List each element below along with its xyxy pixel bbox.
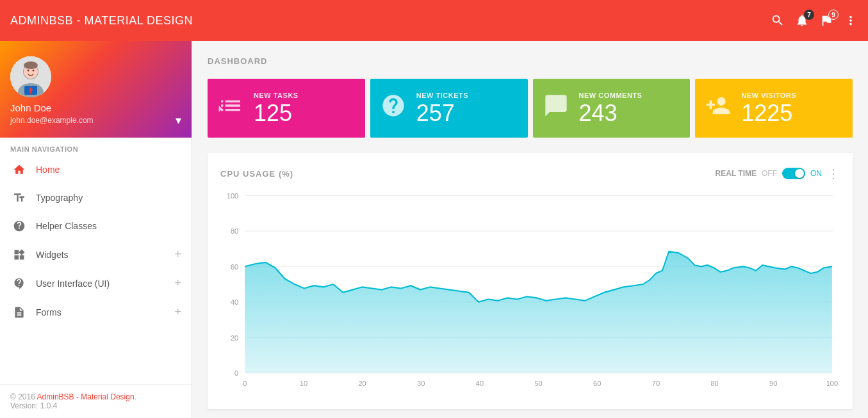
tickets-info: NEW TICKETS 257 <box>416 92 518 125</box>
cpu-chart-svg: 100 80 60 40 20 0 0 10 20 <box>220 191 840 396</box>
on-label: ON <box>810 169 822 178</box>
stat-card-tickets[interactable]: NEW TICKETS 257 <box>370 79 528 138</box>
chart-options-icon[interactable]: ⋮ <box>827 166 840 181</box>
topnav-icons: 7 9 <box>771 13 858 28</box>
svg-text:100: 100 <box>826 380 838 387</box>
ui-label: User Interface (UI) <box>36 278 110 289</box>
avatar <box>10 56 51 97</box>
svg-point-5 <box>33 70 35 72</box>
ui-expand-icon[interactable]: + <box>174 277 181 290</box>
tasks-info: NEW TASKS 125 <box>254 92 355 125</box>
stat-card-comments[interactable]: NEW COMMENTS 243 <box>533 79 691 138</box>
helper-label: Helper Classes <box>36 221 97 231</box>
svg-text:90: 90 <box>769 380 777 387</box>
svg-marker-32 <box>245 252 832 373</box>
typography-icon <box>10 191 28 204</box>
visitors-info: NEW VISITORS 1225 <box>741 92 842 125</box>
svg-text:10: 10 <box>300 380 307 387</box>
widgets-expand-icon[interactable]: + <box>174 248 181 261</box>
comments-value: 243 <box>579 102 680 125</box>
search-button[interactable] <box>771 13 785 28</box>
svg-text:60: 60 <box>231 262 238 270</box>
visitors-label: NEW VISITORS <box>741 92 842 99</box>
more-options-button[interactable] <box>844 13 858 28</box>
notifications-button[interactable]: 7 <box>795 13 809 28</box>
svg-text:80: 80 <box>231 227 238 235</box>
chevron-down-icon[interactable]: ▾ <box>176 113 181 127</box>
forms-icon <box>10 306 28 319</box>
svg-text:0: 0 <box>243 380 247 387</box>
comments-icon <box>543 93 569 124</box>
helper-icon <box>10 220 28 232</box>
svg-text:30: 30 <box>417 380 425 387</box>
stat-card-visitors[interactable]: NEW VISITORS 1225 <box>695 79 853 138</box>
stat-cards: NEW TASKS 125 NEW TICKETS 257 <box>208 79 853 138</box>
sidebar-item-helper[interactable]: Helper Classes <box>0 212 192 240</box>
chart-area: 100 80 60 40 20 0 0 10 20 <box>220 191 840 396</box>
sidebar-item-ui[interactable]: User Interface (UI) + <box>0 269 192 298</box>
realtime-control: REAL TIME OFF ON <box>716 168 822 179</box>
top-navigation: ADMINBSB - MATERIAL DESIGN 7 9 <box>0 0 868 41</box>
svg-point-4 <box>28 70 29 72</box>
tasks-label: NEW TASKS <box>254 92 355 99</box>
tasks-icon <box>218 93 243 124</box>
app-title: ADMINBSB - MATERIAL DESIGN <box>10 14 771 28</box>
widgets-label: Widgets <box>36 250 69 260</box>
visitors-value: 1225 <box>741 102 842 125</box>
home-icon <box>10 163 28 176</box>
sidebar-header: John Doe john.doe@example.com ▾ <box>0 41 192 138</box>
cpu-chart-card: CPU USAGE (%) REAL TIME OFF ON ⋮ 100 80 … <box>208 153 853 409</box>
typography-label: Typography <box>36 193 83 203</box>
chart-header: CPU USAGE (%) REAL TIME OFF ON ⋮ <box>220 166 840 181</box>
user-email-row: john.doe@example.com ▾ <box>10 113 181 127</box>
tickets-label: NEW TICKETS <box>416 92 518 99</box>
comments-label: NEW COMMENTS <box>579 92 680 99</box>
forms-expand-icon[interactable]: + <box>174 305 181 319</box>
off-label: OFF <box>762 169 777 178</box>
content-area: DASHBOARD NEW TASKS 125 NEW TICKETS <box>192 41 868 418</box>
comments-info: NEW COMMENTS 243 <box>579 92 680 125</box>
svg-text:40: 40 <box>476 380 484 387</box>
svg-text:20: 20 <box>358 380 366 387</box>
sidebar-item-home[interactable]: Home <box>0 156 192 184</box>
svg-text:60: 60 <box>593 380 601 387</box>
svg-text:40: 40 <box>231 298 238 306</box>
flags-button[interactable]: 9 <box>819 13 833 28</box>
home-label: Home <box>36 165 60 175</box>
visitors-icon <box>705 93 731 124</box>
realtime-label: REAL TIME <box>716 169 757 178</box>
widgets-icon <box>10 248 28 261</box>
svg-point-6 <box>24 61 38 69</box>
ui-icon <box>10 277 28 290</box>
main-layout: John Doe john.doe@example.com ▾ MAIN NAV… <box>0 41 868 418</box>
chart-title: CPU USAGE (%) <box>220 169 716 179</box>
tickets-value: 257 <box>416 102 518 125</box>
sidebar-item-forms[interactable]: Forms + <box>0 298 192 326</box>
realtime-toggle[interactable] <box>782 168 805 179</box>
footer-link[interactable]: AdminBSB - Material Design <box>37 392 135 401</box>
svg-text:0: 0 <box>234 369 238 377</box>
nav-section-label: MAIN NAVIGATION <box>0 138 192 156</box>
sidebar-item-typography[interactable]: Typography <box>0 184 192 212</box>
svg-text:70: 70 <box>652 380 660 387</box>
stat-card-tasks[interactable]: NEW TASKS 125 <box>208 79 365 138</box>
svg-text:50: 50 <box>534 380 542 387</box>
forms-label: Forms <box>36 307 61 318</box>
user-email: john.doe@example.com <box>10 116 94 125</box>
user-name: John Doe <box>10 102 181 113</box>
tasks-value: 125 <box>254 102 355 125</box>
tickets-icon <box>381 93 406 124</box>
sidebar: John Doe john.doe@example.com ▾ MAIN NAV… <box>0 41 192 418</box>
footer-version: Version: 1.0.4 <box>10 401 57 410</box>
dashboard-title: DASHBOARD <box>208 56 853 66</box>
flag-badge: 9 <box>828 10 839 20</box>
sidebar-footer: © 2016 AdminBSB - Material Design. Versi… <box>0 384 192 418</box>
svg-text:80: 80 <box>710 380 718 387</box>
notification-badge: 7 <box>804 10 814 20</box>
sidebar-item-widgets[interactable]: Widgets + <box>0 240 192 269</box>
svg-text:100: 100 <box>227 191 238 199</box>
svg-text:20: 20 <box>231 334 238 341</box>
